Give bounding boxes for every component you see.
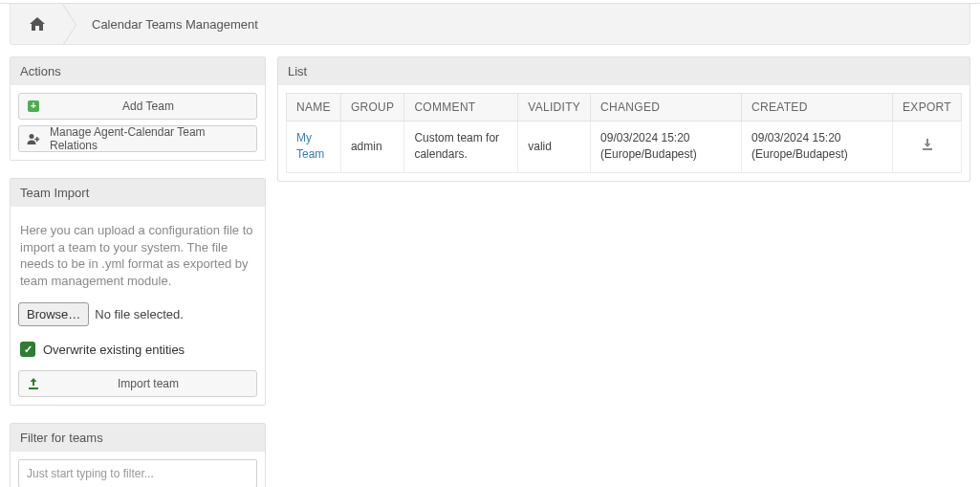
cell-validity: valid — [518, 122, 591, 173]
col-created[interactable]: CREATED — [742, 94, 893, 122]
teams-table: NAME GROUP COMMENT VALIDITY CHANGED CREA… — [286, 93, 962, 173]
team-import-title: Team Import — [11, 179, 265, 207]
actions-panel-title: Actions — [11, 57, 265, 85]
overwrite-label: Overwrite existing entities — [43, 343, 185, 357]
add-team-label: Add Team — [48, 100, 249, 113]
team-import-panel: Team Import Here you can upload a config… — [10, 178, 266, 406]
export-button[interactable] — [893, 122, 962, 173]
svg-rect-3 — [29, 387, 38, 389]
svg-rect-2 — [34, 139, 39, 141]
col-export[interactable]: EXPORT — [893, 94, 962, 122]
cell-comment: Custom team for calendars. — [404, 122, 518, 173]
check-icon: ✓ — [20, 342, 35, 357]
add-team-button[interactable]: + Add Team — [18, 93, 257, 120]
svg-point-0 — [30, 134, 34, 139]
cell-created: 09/03/2024 15:20 (Europe/Budapest) — [742, 122, 893, 173]
list-panel: List NAME GROUP COMMENT VALIDITY CHANGED… — [277, 56, 970, 182]
team-import-help: Here you can upload a configuration file… — [18, 214, 257, 302]
breadcrumb-home[interactable] — [11, 4, 63, 44]
col-comment[interactable]: COMMENT — [404, 94, 518, 122]
browse-button[interactable]: Browse… — [18, 302, 89, 326]
filter-panel: Filter for teams — [10, 423, 266, 487]
cell-changed: 09/03/2024 15:20 (Europe/Budapest) — [591, 122, 742, 173]
user-plus-icon — [27, 132, 40, 145]
actions-panel: Actions + Add Team Manage Ag — [10, 56, 266, 161]
breadcrumb-separator-icon — [63, 4, 82, 44]
table-row: My Team admin Custom team for calendars.… — [287, 122, 962, 173]
import-team-button[interactable]: Import team — [18, 370, 257, 397]
import-team-label: Import team — [48, 377, 249, 390]
filter-input[interactable] — [18, 459, 257, 487]
file-status: No file selected. — [95, 307, 184, 321]
download-icon — [922, 139, 933, 150]
filter-panel-title: Filter for teams — [11, 424, 265, 452]
col-changed[interactable]: CHANGED — [591, 94, 742, 122]
col-group[interactable]: GROUP — [340, 94, 404, 122]
svg-rect-4 — [923, 148, 932, 150]
overwrite-checkbox[interactable]: ✓ Overwrite existing entities — [18, 342, 257, 357]
breadcrumb: Calendar Teams Management — [10, 4, 970, 45]
cell-group: admin — [340, 122, 404, 173]
col-name[interactable]: NAME — [287, 94, 341, 122]
col-validity[interactable]: VALIDITY — [518, 94, 591, 122]
plus-icon: + — [27, 100, 40, 113]
upload-icon — [27, 377, 40, 390]
manage-relations-label: Manage Agent-Calendar Team Relations — [50, 125, 249, 152]
list-panel-title: List — [278, 57, 969, 85]
team-name-link[interactable]: My Team — [296, 131, 324, 161]
page-title: Calendar Teams Management — [92, 17, 258, 32]
manage-relations-button[interactable]: Manage Agent-Calendar Team Relations — [18, 125, 257, 152]
home-icon — [30, 17, 45, 31]
